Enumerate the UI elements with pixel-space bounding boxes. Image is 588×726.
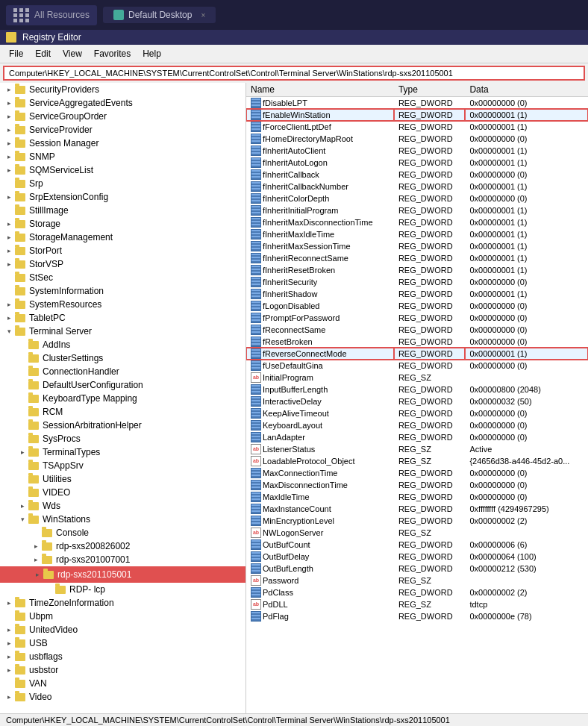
table-row[interactable]: fInheritCallbackNumberREG_DWORD0x0000000…	[246, 181, 588, 193]
expand-icon-service-provider[interactable]	[3, 124, 15, 136]
tree-item-console[interactable]: Console	[0, 526, 245, 539]
table-row[interactable]: fResetBrokenREG_DWORD0x00000000 (0)	[246, 336, 588, 348]
table-row[interactable]: OutBufCountREG_DWORD0x00000006 (6)	[246, 539, 588, 551]
tree-item-snmp[interactable]: SNMP	[0, 150, 245, 163]
tree-item-rdp-sxs201007001[interactable]: rdp-sxs201007001	[0, 553, 245, 566]
expand-icon-usbstor[interactable]	[3, 664, 15, 676]
menu-favorites[interactable]: Favorites	[88, 46, 137, 61]
col-data[interactable]: Data	[465, 83, 588, 97]
tree-panel[interactable]: SecurityProvidersServiceAggregatedEvents…	[0, 83, 246, 713]
table-row[interactable]: fInheritSecurityREG_DWORD0x00000000 (0)	[246, 276, 588, 288]
table-row[interactable]: abLoadableProtocol_ObjectREG_SZ{24656d38…	[246, 455, 588, 467]
table-row[interactable]: fInheritColorDepthREG_DWORD0x00000000 (0…	[246, 193, 588, 204]
menu-view[interactable]: View	[57, 46, 88, 61]
table-row[interactable]: OutBufLengthREG_DWORD0x00000212 (530)	[246, 563, 588, 575]
table-row[interactable]: LanAdapterREG_DWORD0x00000000 (0)	[246, 431, 588, 443]
expand-icon-srp-ext[interactable]	[3, 191, 15, 203]
col-type[interactable]: Type	[394, 83, 466, 97]
expand-icon-timezone[interactable]	[3, 597, 15, 609]
tree-item-stor-port[interactable]: StorPort	[0, 244, 245, 257]
tree-item-security-providers[interactable]: SecurityProviders	[0, 83, 245, 96]
tree-item-sys-res[interactable]: SystemResources	[0, 298, 245, 311]
tree-item-united-video[interactable]: UnitedVideo	[0, 623, 245, 636]
tree-item-srp-ext[interactable]: SrpExtensionConfig	[0, 190, 245, 204]
expand-icon-usb[interactable]	[3, 637, 15, 649]
table-row[interactable]: MinEncryptionLevelREG_DWORD0x00000002 (2…	[246, 515, 588, 527]
tree-item-rdp-sxs200826002[interactable]: rdp-sxs200826002	[0, 539, 245, 553]
expand-icon-rdp-sxs201105001[interactable]	[31, 569, 43, 581]
close-tab-icon[interactable]: ×	[201, 11, 205, 19]
tree-item-still-image[interactable]: StillImage	[0, 204, 245, 217]
tree-item-cluster-settings[interactable]: ClusterSettings	[0, 351, 245, 365]
tree-item-keyboard-mapping[interactable]: KeyboardType Mapping	[0, 392, 245, 405]
table-row[interactable]: fEnableWinStationREG_DWORD0x00000001 (1)	[246, 109, 588, 121]
table-row[interactable]: fInheritCallbackREG_DWORD0x00000000 (0)	[246, 169, 588, 181]
tree-item-service-agg[interactable]: ServiceAggregatedEvents	[0, 96, 245, 110]
tree-item-video[interactable]: VIDEO	[0, 486, 245, 499]
table-row[interactable]: fUseDefaultGinaREG_DWORD0x00000000 (0)	[246, 360, 588, 372]
table-row[interactable]: fInheritInitialProgramREG_DWORD0x0000000…	[246, 204, 588, 216]
expand-icon-tablet-pc[interactable]	[3, 312, 15, 324]
tree-item-rdp-lcp[interactable]: RDP- lcp	[0, 583, 245, 596]
expand-icon-rdp-sxs201007001[interactable]	[30, 554, 42, 566]
table-row[interactable]: MaxInstanceCountREG_DWORD0xffffffff (429…	[246, 503, 588, 515]
tree-item-service-provider[interactable]: ServiceProvider	[0, 123, 245, 137]
expand-icon-sys-res[interactable]	[3, 298, 15, 310]
table-row[interactable]: fInheritAutoClientREG_DWORD0x00000001 (1…	[246, 145, 588, 157]
table-row[interactable]: PdClassREG_DWORD0x00000002 (2)	[246, 586, 588, 598]
table-row[interactable]: KeyboardLayoutREG_DWORD0x00000000 (0)	[246, 419, 588, 431]
table-row[interactable]: InputBufferLengthREG_DWORD0x00000800 (20…	[246, 384, 588, 395]
tree-item-tsappsrv[interactable]: TSAppSrv	[0, 459, 245, 472]
expand-icon-storage[interactable]	[3, 218, 15, 230]
tree-item-winstations[interactable]: WinStations	[0, 513, 245, 526]
table-row[interactable]: abInitialProgramREG_SZ	[246, 372, 588, 384]
table-row[interactable]: fReverseConnectModeREG_DWORD0x00000001 (…	[246, 348, 588, 360]
tree-item-wds[interactable]: Wds	[0, 499, 245, 513]
tree-item-conn-handler[interactable]: ConnectionHandler	[0, 365, 245, 378]
table-row[interactable]: abListenerStatusREG_SZActive	[246, 443, 588, 455]
table-row[interactable]: abPdDLLREG_SZtdtcp	[246, 598, 588, 610]
expand-icon-video2[interactable]	[3, 691, 15, 703]
tree-item-utilities[interactable]: Utilities	[0, 472, 245, 486]
expand-icon-usbflags[interactable]	[3, 651, 15, 663]
tree-item-sqm[interactable]: SQMServiceList	[0, 163, 245, 177]
table-row[interactable]: abPasswordREG_SZ	[246, 575, 588, 586]
tree-item-stsec[interactable]: StSec	[0, 271, 245, 284]
expand-icon-service-agg[interactable]	[3, 97, 15, 109]
tree-item-video2[interactable]: Video	[0, 690, 245, 704]
menu-help[interactable]: Help	[137, 46, 167, 61]
tree-item-default-user-config[interactable]: DefaultUserConfiguration	[0, 378, 245, 392]
tree-item-usbstor[interactable]: usbstor	[0, 663, 245, 677]
table-row[interactable]: MaxConnectionTimeREG_DWORD0x00000000 (0)	[246, 467, 588, 479]
tree-item-session-arb[interactable]: SessionArbitrationHelper	[0, 419, 245, 432]
table-row[interactable]: fInheritMaxDisconnectionTimeREG_DWORD0x0…	[246, 216, 588, 228]
tree-item-rdp-sxs201105001[interactable]: rdp-sxs201105001	[0, 566, 245, 583]
expand-icon-session-manager[interactable]	[3, 137, 15, 149]
tree-item-sys-info[interactable]: SystemInformation	[0, 284, 245, 298]
menu-edit[interactable]: Edit	[29, 46, 57, 61]
table-row[interactable]: fLogonDisabledREG_DWORD0x00000000 (0)	[246, 300, 588, 312]
expand-icon-sqm[interactable]	[3, 164, 15, 176]
table-row[interactable]: fHomeDirectoryMapRootREG_DWORD0x00000000…	[246, 133, 588, 145]
tree-item-usbflags[interactable]: usbflags	[0, 650, 245, 663]
table-row[interactable]: fDisableLPTREG_DWORD0x00000000 (0)	[246, 97, 588, 110]
expand-icon-stor-vsp[interactable]	[3, 258, 15, 270]
table-row[interactable]: fInheritMaxSessionTimeREG_DWORD0x0000000…	[246, 240, 588, 252]
menu-file[interactable]: File	[3, 46, 29, 61]
expand-icon-security-providers[interactable]	[3, 84, 15, 96]
table-row[interactable]: fInheritAutoLogonREG_DWORD0x00000001 (1)	[246, 157, 588, 169]
table-row[interactable]: fReconnectSameREG_DWORD0x00000000 (0)	[246, 324, 588, 336]
table-row[interactable]: fInheritReconnectSameREG_DWORD0x00000001…	[246, 252, 588, 264]
table-row[interactable]: fInheritResetBrokenREG_DWORD0x00000001 (…	[246, 264, 588, 276]
tree-item-service-group[interactable]: ServiceGroupOrder	[0, 110, 245, 123]
col-name[interactable]: Name	[246, 83, 394, 97]
expand-icon-terminal-server[interactable]	[3, 325, 15, 337]
tree-item-srp[interactable]: Srp	[0, 177, 245, 190]
all-resources-button[interactable]: All Resources	[6, 5, 97, 25]
expand-icon-stor-port[interactable]	[3, 245, 15, 257]
table-row[interactable]: MaxDisconnectionTimeREG_DWORD0x00000000 …	[246, 479, 588, 491]
tree-item-stor-vsp[interactable]: StorVSP	[0, 257, 245, 271]
tree-item-ubpm[interactable]: Ubpm	[0, 610, 245, 623]
table-row[interactable]: InteractiveDelayREG_DWORD0x00000032 (50)	[246, 395, 588, 407]
tree-item-terminal-server[interactable]: Terminal Server	[0, 325, 245, 338]
